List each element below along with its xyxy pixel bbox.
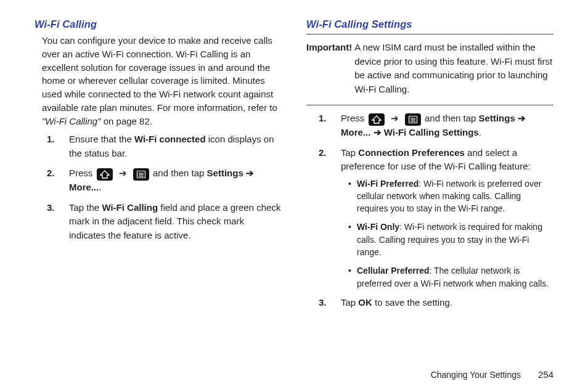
option-name: Wi-Fi Only (357, 222, 399, 232)
bold-text: Settings (207, 168, 243, 178)
intro-xref: "Wi-Fi Calling" (42, 116, 101, 126)
menu-icon (133, 168, 149, 181)
option-wifi-preferred: Wi-Fi Preferred: Wi-Fi network is prefer… (348, 178, 553, 215)
section-heading-wifi-calling-settings: Wi-Fi Calling Settings (306, 18, 553, 30)
text: . (479, 127, 481, 137)
right-step-1: 1. Press ➔ and then tap Settings ➔ More.… (336, 112, 553, 140)
left-steps: 1. Ensure that the Wi-Fi connected icon … (35, 133, 282, 242)
text: Tap (341, 297, 358, 308)
text: Tap the (69, 202, 102, 213)
right-column: Wi-Fi Calling Settings Important! A new … (306, 18, 553, 364)
step-number: 3. (319, 296, 327, 310)
arrow-text: ➔ (370, 127, 383, 137)
option-name: Wi-Fi Preferred (357, 179, 419, 189)
right-steps: 1. Press ➔ and then tap Settings ➔ More.… (306, 112, 553, 309)
text: Press (69, 168, 96, 178)
important-label: Important! (306, 41, 352, 96)
two-column-layout: Wi-Fi Calling You can configure your dev… (35, 18, 553, 364)
option-name: Cellular Preferred (357, 266, 430, 276)
left-step-1: 1. Ensure that the Wi-Fi connected icon … (64, 133, 282, 160)
page-footer: Changing Your Settings 254 (35, 364, 553, 380)
step-number: 3. (47, 201, 55, 215)
step-number: 2. (319, 146, 327, 160)
menu-icon (405, 113, 421, 126)
text: Press (341, 113, 367, 123)
intro-text-post: on page 82. (101, 116, 152, 126)
bold-text: Settings (479, 113, 515, 123)
text: to save the setting. (372, 297, 452, 308)
section-heading-wifi-calling: Wi-Fi Calling (35, 18, 282, 30)
intro-paragraph: You can configure your device to make an… (35, 34, 282, 128)
bold-text: Wi-Fi Calling Settings (384, 127, 479, 137)
text: Ensure that the (69, 134, 134, 144)
left-step-3: 3. Tap the Wi-Fi Calling field and place… (64, 201, 282, 243)
text: and then tap (153, 168, 207, 178)
intro-text-pre: You can configure your device to make an… (42, 35, 277, 113)
page-number: 254 (538, 369, 553, 380)
bold-text: OK (358, 297, 372, 308)
manual-page: Wi-Fi Calling You can configure your dev… (0, 0, 588, 392)
arrow-text: ➔ (515, 113, 526, 123)
section-rule (306, 34, 553, 35)
text: Tap (341, 147, 358, 158)
left-step-2: 2. Press ➔ and then tap Settings ➔ More.… (64, 166, 282, 195)
important-text: A new ISIM card must be installed within… (354, 41, 553, 96)
home-icon (97, 168, 113, 181)
bold-text: Wi-Fi Calling (102, 202, 158, 213)
option-wifi-only: Wi-Fi Only: Wi-Fi network is required fo… (348, 221, 553, 258)
preference-options: Wi-Fi Preferred: Wi-Fi network is prefer… (341, 178, 553, 290)
arrow-icon: ➔ (391, 113, 399, 123)
right-step-2: 2. Tap Connection Preferences and select… (336, 146, 553, 290)
bold-text: Wi-Fi connected (134, 134, 206, 144)
section-rule (306, 105, 553, 105)
step-number: 1. (47, 133, 55, 147)
text: and then tap (425, 113, 479, 123)
option-cellular-preferred: Cellular Preferred: The cellular network… (348, 264, 553, 290)
text: . (99, 182, 101, 192)
bold-text: Connection Preferences (358, 147, 465, 158)
footer-section-title: Changing Your Settings (431, 370, 521, 380)
home-icon (369, 113, 385, 126)
bold-text: More... (341, 127, 370, 137)
right-step-3: 3. Tap OK to save the setting. (336, 296, 553, 310)
left-column: Wi-Fi Calling You can configure your dev… (35, 18, 282, 364)
bold-text: More... (69, 182, 99, 192)
arrow-icon: ➔ (119, 168, 127, 178)
step-number: 2. (47, 166, 55, 181)
step-number: 1. (319, 112, 327, 126)
arrow-text: ➔ (243, 168, 254, 178)
important-note: Important! A new ISIM card must be insta… (306, 41, 553, 96)
